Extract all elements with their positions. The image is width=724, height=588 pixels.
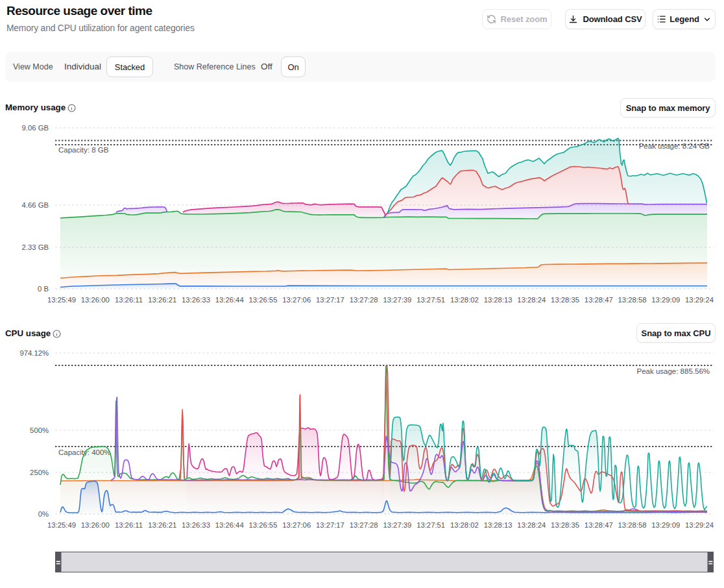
svg-text:13:29:09: 13:29:09 — [651, 521, 680, 529]
svg-text:13:29:24: 13:29:24 — [685, 521, 714, 529]
svg-text:13:29:24: 13:29:24 — [685, 296, 714, 304]
svg-text:13:27:39: 13:27:39 — [383, 521, 411, 529]
svg-text:13:27:51: 13:27:51 — [416, 521, 445, 529]
svg-text:13:26:33: 13:26:33 — [182, 296, 210, 304]
svg-text:13:27:06: 13:27:06 — [282, 296, 311, 304]
svg-text:Peak usage: 885.56%: Peak usage: 885.56% — [636, 367, 710, 375]
svg-text:13:28:24: 13:28:24 — [517, 521, 546, 529]
svg-text:13:28:24: 13:28:24 — [517, 296, 546, 304]
svg-text:13:26:00: 13:26:00 — [81, 521, 110, 529]
svg-text:13:28:35: 13:28:35 — [551, 521, 579, 529]
svg-text:13:26:44: 13:26:44 — [215, 296, 244, 304]
svg-text:13:28:47: 13:28:47 — [585, 296, 613, 304]
svg-text:Peak usage: 8.24 GB: Peak usage: 8.24 GB — [639, 142, 710, 150]
svg-text:13:27:28: 13:27:28 — [350, 521, 378, 529]
svg-text:13:28:13: 13:28:13 — [484, 296, 513, 304]
svg-text:13:27:17: 13:27:17 — [316, 521, 344, 529]
svg-text:13:28:58: 13:28:58 — [618, 521, 647, 529]
svg-text:13:28:47: 13:28:47 — [585, 521, 613, 529]
svg-text:13:26:55: 13:26:55 — [248, 296, 277, 304]
svg-text:13:26:11: 13:26:11 — [115, 521, 143, 529]
svg-text:Capacity: 8 GB: Capacity: 8 GB — [58, 146, 109, 154]
svg-text:13:26:11: 13:26:11 — [115, 296, 143, 304]
svg-text:13:26:55: 13:26:55 — [248, 521, 277, 529]
svg-text:13:28:58: 13:28:58 — [618, 296, 647, 304]
svg-text:13:27:28: 13:27:28 — [350, 296, 378, 304]
svg-text:13:26:21: 13:26:21 — [148, 521, 176, 529]
svg-text:13:28:02: 13:28:02 — [450, 296, 479, 304]
svg-text:13:27:39: 13:27:39 — [383, 296, 411, 304]
svg-text:13:25:49: 13:25:49 — [47, 521, 76, 529]
svg-text:13:26:00: 13:26:00 — [81, 296, 110, 304]
svg-text:9.06 GB: 9.06 GB — [22, 124, 49, 132]
svg-text:13:28:02: 13:28:02 — [450, 521, 479, 529]
svg-text:0 B: 0 B — [38, 285, 49, 293]
svg-text:500%: 500% — [30, 426, 49, 434]
svg-text:13:28:13: 13:28:13 — [484, 521, 513, 529]
svg-text:13:27:51: 13:27:51 — [416, 296, 445, 304]
svg-text:13:27:06: 13:27:06 — [282, 521, 311, 529]
svg-text:13:25:49: 13:25:49 — [47, 296, 76, 304]
svg-text:13:27:17: 13:27:17 — [316, 296, 344, 304]
svg-text:13:29:09: 13:29:09 — [651, 296, 680, 304]
svg-text:13:26:33: 13:26:33 — [182, 521, 210, 529]
svg-text:0%: 0% — [38, 510, 49, 518]
svg-text:13:28:35: 13:28:35 — [551, 296, 579, 304]
svg-text:4.66 GB: 4.66 GB — [22, 201, 49, 209]
svg-text:13:26:21: 13:26:21 — [148, 296, 176, 304]
svg-text:250%: 250% — [30, 469, 49, 476]
svg-text:13:26:44: 13:26:44 — [215, 521, 244, 529]
svg-text:974.12%: 974.12% — [19, 349, 49, 357]
svg-text:2.33 GB: 2.33 GB — [22, 243, 49, 251]
